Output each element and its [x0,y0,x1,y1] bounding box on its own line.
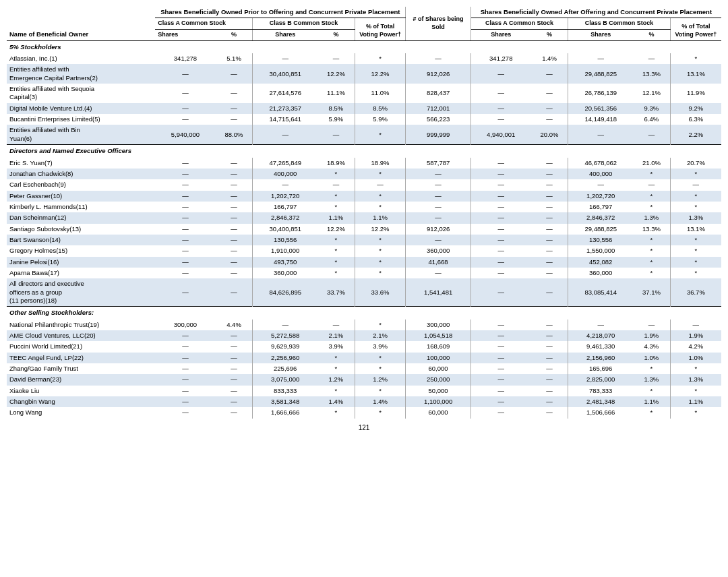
owner-name: Atlassian, Inc.(1) [7,53,155,64]
clA-after-shares: — [471,396,530,407]
clB-after-pct: 1.3% [633,374,670,385]
clA-before-shares: — [155,396,215,407]
clB-after-shares: 360,000 [568,268,633,278]
clA-before-shares: — [155,64,215,84]
voting-after-header: % of Total Voting Power† [670,18,721,40]
classA-after-header: Class A Common Stock [471,18,568,30]
clB-after-shares: 26,786,139 [568,84,633,103]
classA-before-header: Class A Common Stock [155,18,253,30]
clA-before-shares: — [155,235,215,245]
clA-before-pct: — [216,353,253,363]
voting-before-header: % of Total Voting Power† [355,18,406,40]
clA-after-pct: — [531,341,568,352]
classB-after-header: Class B Common Stock [568,18,670,30]
voting-before: 12.2% [355,224,406,235]
voting-after: 1.0% [670,353,721,363]
clA-before-pct: — [216,114,253,125]
clA-after-shares: — [471,363,530,374]
main-table: Name of Beneficial Owner Shares Benefici… [7,7,721,419]
voting-after: 6.3% [670,114,721,125]
clA-before-pct: — [216,158,253,169]
clB-before-pct: * [317,386,355,396]
voting-before: * [355,169,406,179]
clB-before-shares: 3,581,348 [253,396,317,407]
clB-before-pct: * [317,257,355,268]
clB-after-pct: 9.3% [633,103,670,114]
owner-name: Long Wang [7,407,155,418]
clB-after-shares: 1,550,000 [568,245,633,256]
table-row: Eric S. Yuan(7) — — 47,265,849 18.9% 18.… [7,158,721,169]
clB-before-pct: 12.2% [317,224,355,235]
clB-after-shares: 2,481,348 [568,396,633,407]
clA-before-shares: — [155,257,215,268]
clA-after-pct: — [531,374,568,385]
clA-before-pct: — [216,191,253,202]
clA-after-pct: — [531,407,568,418]
clB-before-shares: 5,272,588 [253,330,317,341]
shares-sold: 50,000 [406,386,471,396]
clB-after-pct: * [633,245,670,256]
owner-name: Carl Eschenbach(9) [7,179,155,190]
voting-after: 4.2% [670,341,721,352]
voting-before: 1.2% [355,374,406,385]
clB-after-pct: — [633,125,670,144]
clB-after-pct: 6.4% [633,114,670,125]
clB-after-pct: * [633,257,670,268]
clB-before-shares: 2,256,960 [253,353,317,363]
owner-name: Entities affiliated withEmergence Capita… [7,64,155,84]
clA-after-pct: — [531,235,568,245]
clA-before-pct: — [216,386,253,396]
voting-after: * [670,53,721,64]
owner-name: David Berman(23) [7,374,155,385]
clA-after-pct: — [531,396,568,407]
clA-after-pct: — [531,84,568,103]
clA-before-pct: — [216,245,253,256]
owner-name: All directors and executiveofficers as a… [7,278,155,307]
shares-sold: 999,999 [406,125,471,144]
voting-before: 18.9% [355,158,406,169]
clB-after-pct: * [633,363,670,374]
clB-before-shares: 225,696 [253,363,317,374]
clA-after-shares-header: Shares [471,30,530,41]
clB-before-pct: * [317,268,355,278]
voting-after: * [670,363,721,374]
clA-after-pct: — [531,202,568,212]
clA-before-pct: 88.0% [216,125,253,144]
clB-before-shares: — [253,320,317,330]
clA-after-shares: — [471,84,530,103]
clB-after-pct: 21.0% [633,158,670,169]
after-group-header: Shares Beneficially Owned After Offering… [471,7,721,18]
owner-name: AME Cloud Ventures, LLC(20) [7,330,155,341]
clB-before-pct: 1.1% [317,212,355,223]
clA-after-pct-header: % [531,30,568,41]
clB-before-shares: 1,910,000 [253,245,317,256]
owner-name: Puccini World Limited(21) [7,341,155,352]
table-row: Digital Mobile Venture Ltd.(4) — — 21,27… [7,103,721,114]
clB-before-shares: 130,556 [253,235,317,245]
name-col-label: Name of Beneficial Owner [9,30,88,38]
clB-before-shares: 14,715,641 [253,114,317,125]
clB-before-shares: — [253,53,317,64]
clA-after-pct: — [531,224,568,235]
voting-before: * [355,363,406,374]
clB-before-shares: 47,265,849 [253,158,317,169]
shares-sold: 300,000 [406,320,471,330]
name-col-header: Name of Beneficial Owner [7,7,155,40]
voting-before: 5.9% [355,114,406,125]
clA-after-shares: — [471,353,530,363]
owner-name: Bart Swanson(14) [7,235,155,245]
clA-before-pct: — [216,169,253,179]
table-row: Dan Scheinman(12) — — 2,846,372 1.1% 1.1… [7,212,721,223]
owner-name: Gregory Holmes(15) [7,245,155,256]
table-row: Jonathan Chadwick(8) — — 400,000 * * — —… [7,169,721,179]
clA-before-shares: — [155,224,215,235]
clB-after-pct: 1.0% [633,353,670,363]
voting-before: * [355,125,406,144]
voting-before: * [355,53,406,64]
clA-before-shares: — [155,169,215,179]
clA-after-pct: 1.4% [531,53,568,64]
clB-before-pct: * [317,202,355,212]
clA-after-shares: — [471,235,530,245]
clA-before-shares: — [155,245,215,256]
clB-before-shares: 400,000 [253,169,317,179]
